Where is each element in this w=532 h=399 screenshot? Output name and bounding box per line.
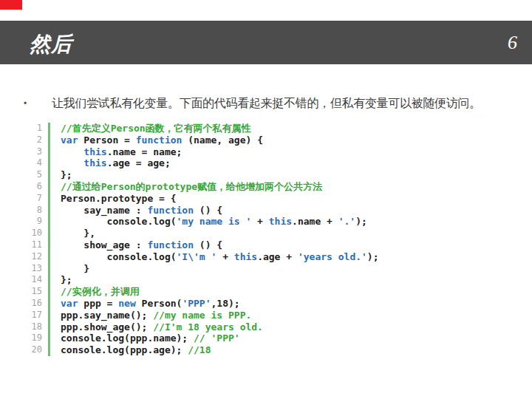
line-number: 12	[27, 251, 42, 263]
bullet-text: 让我们尝试私有化变量。下面的代码看起来挺不错的，但私有变量可以被随便访问。	[52, 96, 481, 111]
line-number: 7	[27, 193, 42, 205]
header-bar: 然后 6	[0, 21, 532, 64]
code-token-com: //18	[188, 344, 211, 355]
code-line: 18ppp.show_age(); //I'm 18 years old.	[27, 321, 379, 333]
code-line: 11 show_age : function () {	[27, 239, 379, 251]
code-token-pl: ppp =	[78, 298, 118, 309]
code-token-pl: ppp.show_age();	[61, 321, 153, 332]
code-text: console.log(ppp.name); // 'PPP'	[48, 332, 240, 344]
line-number: 5	[27, 169, 42, 181]
line-number: 2	[27, 134, 42, 146]
red-marker	[0, 0, 22, 10]
code-text: console.log(ppp.age); //18	[48, 344, 211, 356]
code-token-kw: this	[269, 216, 292, 227]
code-text: show_age : function () {	[48, 239, 222, 251]
slide-title: 然后	[30, 30, 72, 58]
code-line: 1//首先定义Person函数，它有两个私有属性	[27, 123, 379, 134]
code-line: 8 say_name : function () {	[27, 205, 379, 216]
code-token-pl	[61, 157, 83, 168]
line-number: 17	[27, 310, 42, 321]
code-line: 16var ppp = new Person('PPP',18);	[27, 298, 379, 310]
line-number: 4	[27, 157, 42, 169]
code-token-com: //首先定义Person函数，它有两个私有属性	[61, 123, 251, 134]
line-number: 1	[27, 123, 42, 134]
code-token-kw: new	[118, 298, 135, 309]
code-token-pl: },	[61, 228, 95, 239]
code-line: 13 }	[27, 263, 379, 275]
code-token-str: 'my name is '	[177, 216, 252, 227]
code-text: //实例化，并调用	[48, 286, 140, 298]
code-token-pl: };	[61, 169, 72, 180]
code-line: 7Person.prototype = {	[27, 193, 379, 205]
code-token-str: '.'	[338, 216, 355, 227]
code-token-str: 'PPP'	[182, 298, 211, 309]
code-token-pl: console.log(	[61, 251, 177, 262]
code-line: 9 console.log('my name is ' + this.name …	[27, 216, 379, 228]
code-text: this.name = name;	[48, 146, 182, 158]
code-token-pl	[61, 146, 83, 157]
code-line: 14};	[27, 274, 379, 286]
code-token-pl: ,18);	[211, 298, 240, 309]
code-text: }	[48, 263, 89, 275]
code-text: ppp.show_age(); //I'm 18 years old.	[48, 321, 263, 333]
code-token-kw: var	[61, 298, 78, 309]
code-text: //通过给Person的prototype赋值，给他增加两个公共方法	[48, 181, 322, 193]
code-token-pl: () {	[194, 205, 222, 216]
code-line: 6//通过给Person的prototype赋值，给他增加两个公共方法	[27, 181, 379, 193]
code-text: say_name : function () {	[48, 205, 222, 216]
code-text: var ppp = new Person('PPP',18);	[48, 298, 240, 310]
code-token-com: //my name is PPP.	[153, 310, 251, 321]
line-number: 20	[27, 344, 42, 356]
code-line: 10 },	[27, 228, 379, 239]
line-number: 14	[27, 274, 42, 286]
code-token-pl: );	[367, 251, 379, 262]
code-text: };	[48, 169, 72, 181]
code-token-pl: .age = age;	[107, 157, 171, 168]
code-line: 2var Person = function (name, age) {	[27, 134, 379, 146]
code-token-kw: function	[136, 134, 183, 146]
slide: 然后 6 • 让我们尝试私有化变量。下面的代码看起来挺不错的，但私有变量可以被随…	[0, 0, 532, 399]
code-token-pl: .name +	[292, 216, 338, 227]
line-number: 19	[27, 332, 42, 344]
code-token-pl: .age +	[257, 251, 298, 262]
code-line: 19console.log(ppp.name); // 'PPP'	[27, 332, 379, 344]
line-number: 9	[27, 216, 42, 228]
code-text: //首先定义Person函数，它有两个私有属性	[48, 123, 251, 134]
code-block: 1//首先定义Person函数，它有两个私有属性2var Person = fu…	[27, 123, 379, 356]
code-token-pl: +	[216, 251, 233, 262]
code-token-pl: Person =	[78, 134, 135, 146]
line-number: 13	[27, 263, 42, 275]
code-token-kw: this	[83, 157, 106, 168]
code-token-str: 'I\'m '	[177, 251, 217, 262]
page-number: 6	[508, 32, 517, 54]
code-token-kw: this	[234, 251, 257, 262]
code-token-kw: var	[61, 134, 78, 146]
code-token-kw: this	[83, 146, 106, 157]
code-token-pl: Person.prototype = {	[61, 193, 177, 204]
code-token-str: 'years old.'	[298, 251, 367, 262]
code-line: 12 console.log('I\'m ' + this.age + 'yea…	[27, 251, 379, 263]
code-token-pl: console.log(	[61, 216, 177, 227]
code-token-pl: }	[61, 263, 89, 274]
code-text: };	[48, 274, 72, 286]
line-number: 8	[27, 205, 42, 216]
code-token-pl: console.log(ppp.name);	[61, 332, 194, 344]
code-text: console.log('I\'m ' + this.age + 'years …	[48, 251, 379, 263]
code-token-pl: +	[251, 216, 268, 227]
code-token-pl: };	[61, 274, 72, 285]
code-token-com: //I'm 18 years old.	[153, 321, 263, 332]
code-token-com: // 'PPP'	[194, 332, 240, 344]
code-line: 4 this.age = age;	[27, 157, 379, 169]
code-text: ppp.say_name(); //my name is PPP.	[48, 310, 251, 321]
code-token-kw: function	[147, 205, 194, 216]
code-token-pl: say_name :	[61, 205, 147, 216]
code-token-pl: .name = name;	[107, 146, 183, 157]
code-line: 15//实例化，并调用	[27, 286, 379, 298]
code-text: console.log('my name is ' + this.name + …	[48, 216, 367, 228]
code-token-pl: show_age :	[61, 239, 147, 250]
code-token-com: //通过给Person的prototype赋值，给他增加两个公共方法	[61, 181, 322, 192]
code-line: 20console.log(ppp.age); //18	[27, 344, 379, 356]
line-number: 3	[27, 146, 42, 158]
code-text: },	[48, 228, 95, 239]
line-number: 15	[27, 286, 42, 298]
